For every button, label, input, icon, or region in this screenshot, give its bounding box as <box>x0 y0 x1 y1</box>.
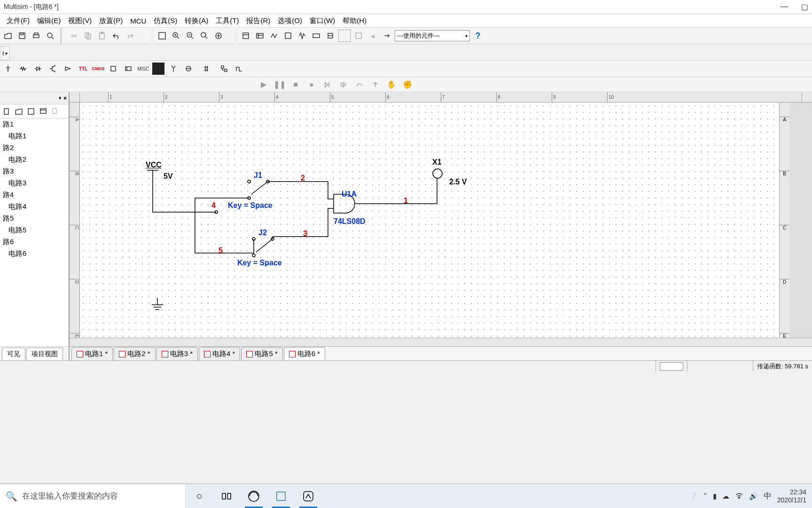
copy-design-icon[interactable] <box>51 107 60 116</box>
menu-s[interactable]: 仿真(S) <box>150 16 181 25</box>
tree-node[interactable]: 路6 <box>0 236 69 248</box>
print-preview-icon[interactable] <box>44 30 56 42</box>
menu-e[interactable]: 编辑(E) <box>33 16 64 25</box>
tb-icon-8[interactable] <box>338 30 351 42</box>
tray-chevron-icon[interactable]: ˄ <box>703 492 707 500</box>
help-icon[interactable]: ? <box>472 30 484 42</box>
tb-icon-9[interactable] <box>352 30 365 42</box>
tree-child[interactable]: 电路6 <box>0 248 69 260</box>
tb-icon-6[interactable] <box>310 30 322 42</box>
tree-node[interactable]: 路3 <box>0 166 69 177</box>
tb-icon-7[interactable] <box>324 30 336 42</box>
menu-mcu[interactable]: MCU <box>126 17 150 25</box>
pin-icon[interactable]: ▾ <box>59 95 62 101</box>
close-icon[interactable]: × <box>63 95 67 102</box>
step-out-icon[interactable] <box>369 79 382 91</box>
rf-icon[interactable] <box>167 63 180 75</box>
basic-icon[interactable] <box>17 63 29 75</box>
run-icon[interactable]: ▶ <box>258 79 270 91</box>
tb-icon-3[interactable] <box>268 30 280 42</box>
menu-f[interactable]: 文件(F) <box>3 16 33 25</box>
tb-icon-4[interactable] <box>282 30 294 42</box>
step-over-icon[interactable] <box>353 79 366 91</box>
doc-tab[interactable]: 电路5 * <box>241 347 282 360</box>
step-into-icon[interactable] <box>337 79 350 91</box>
menu-v[interactable]: 视图(V) <box>64 16 95 25</box>
grab-icon[interactable]: ✊ <box>401 79 414 91</box>
menu-r[interactable]: 报告(R) <box>242 16 274 25</box>
tree-child[interactable]: 电路4 <box>0 201 69 213</box>
zoom-fit-icon[interactable] <box>212 30 225 42</box>
redo-icon[interactable] <box>124 30 136 42</box>
pause-icon[interactable]: ❚❚ <box>273 79 286 91</box>
indicator-tool[interactable]: I ▾ <box>0 46 10 60</box>
tree-node[interactable]: 路5 <box>0 213 69 224</box>
tree-child[interactable]: 电路5 <box>0 224 69 236</box>
copy-icon[interactable] <box>82 30 94 42</box>
save-design-icon[interactable] <box>26 107 36 116</box>
undo-icon[interactable] <box>110 30 122 42</box>
window-minimize-icon[interactable]: ― <box>781 2 788 11</box>
digital-icon[interactable] <box>107 63 119 75</box>
hand-icon[interactable]: ✋ <box>385 79 398 91</box>
tree-node[interactable]: 路1 <box>0 119 69 130</box>
cortana-icon[interactable]: ○ <box>186 484 213 508</box>
print-icon[interactable] <box>30 30 42 42</box>
transistor-icon[interactable] <box>47 63 59 75</box>
source-icon[interactable] <box>2 63 14 75</box>
design-tree[interactable]: 路1电路1路2电路2路3电路3路4电路4路5电路5路6电路6 <box>0 119 69 346</box>
tray-wifi-icon[interactable] <box>735 491 743 501</box>
electromech-icon[interactable] <box>182 63 195 75</box>
doc-tab[interactable]: 电路2 * <box>114 347 155 360</box>
tree-child[interactable]: 电路1 <box>0 130 69 142</box>
open-icon[interactable] <box>2 30 14 42</box>
bus-icon[interactable] <box>200 63 212 75</box>
save-icon[interactable] <box>16 30 28 42</box>
menu-p[interactable]: 放置(P) <box>95 16 126 25</box>
zoom-area-icon[interactable] <box>198 30 211 42</box>
window-maximize-icon[interactable]: ▢ <box>801 2 808 11</box>
panel-tab[interactable]: 可见 <box>2 348 25 360</box>
taskview-icon[interactable] <box>213 484 240 508</box>
tray-clock[interactable]: 22:34 2020/12/1 <box>777 488 806 504</box>
step-icon[interactable] <box>321 79 334 91</box>
tray-volume-icon[interactable]: 🔊 <box>749 492 758 500</box>
tb-icon-11[interactable] <box>381 30 393 42</box>
hier-icon[interactable] <box>218 63 230 75</box>
tb-icon-2[interactable] <box>254 30 266 42</box>
tray-battery-icon[interactable]: ▮ <box>713 492 717 500</box>
cut-icon[interactable]: ✂ <box>68 30 80 42</box>
edge-icon[interactable] <box>240 484 267 508</box>
menu-t[interactable]: 工具(T) <box>212 16 242 25</box>
fullsheet-icon[interactable] <box>156 30 168 42</box>
paste-icon[interactable] <box>96 30 108 42</box>
stop-icon[interactable]: ■ <box>289 79 302 91</box>
net-icon[interactable] <box>233 63 245 75</box>
tree-node[interactable]: 路4 <box>0 189 69 201</box>
tree-child[interactable]: 电路2 <box>0 154 69 166</box>
open-design-icon[interactable] <box>14 107 23 116</box>
menu-o[interactable]: 选项(O) <box>274 16 306 25</box>
power-icon[interactable] <box>152 63 164 75</box>
new-design-icon[interactable] <box>2 107 11 116</box>
doc-tab[interactable]: 电路1 * <box>71 347 113 360</box>
tree-child[interactable]: 电路3 <box>0 177 69 189</box>
ttl-icon[interactable]: TTL <box>77 63 89 75</box>
app-multisim-icon[interactable] <box>267 484 295 508</box>
menu-h[interactable]: 帮助(H) <box>339 16 370 25</box>
doc-tab[interactable]: 电路3 * <box>156 347 198 360</box>
indicator-icon[interactable]: MISC <box>137 63 149 75</box>
probe-icon[interactable] <box>432 168 443 179</box>
menu-w[interactable]: 窗口(W) <box>306 16 339 25</box>
cmos-icon[interactable]: CMOS <box>92 63 104 75</box>
tb-icon-5[interactable] <box>296 30 308 42</box>
analog-icon[interactable] <box>62 63 74 75</box>
panel-tab[interactable]: 项目视图 <box>26 348 63 360</box>
app-dock-icon[interactable] <box>295 484 322 508</box>
zoom-out-icon[interactable] <box>184 30 196 42</box>
menu-a[interactable]: 转换(A) <box>181 16 212 25</box>
mixed-icon[interactable] <box>122 63 134 75</box>
status-combo[interactable] <box>660 362 683 371</box>
tb-icon-1[interactable] <box>240 30 252 42</box>
schematic-canvas[interactable]: VCC 5V J1 Key = Space J2 Key = Space U1A… <box>80 103 779 338</box>
